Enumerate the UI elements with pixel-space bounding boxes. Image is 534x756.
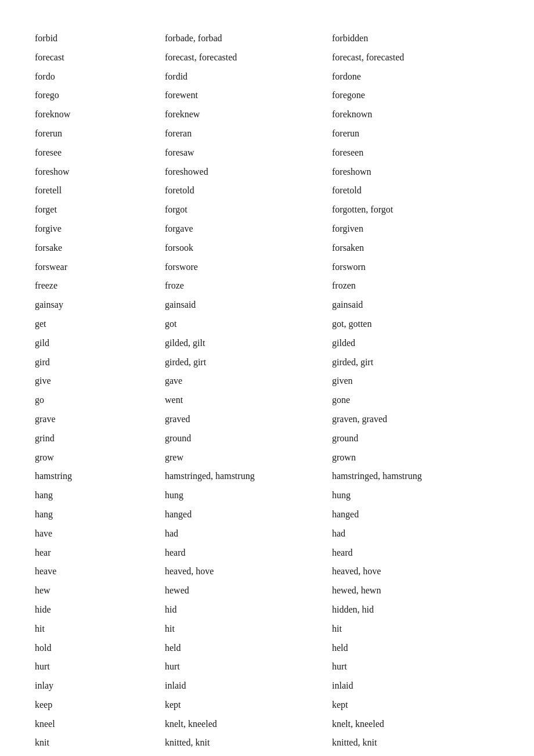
table-row: hear heard heard [35, 543, 499, 563]
table-row: forerun foreran forerun [35, 124, 499, 143]
table-row: know knew known [35, 753, 499, 756]
past-participle: forgiven [332, 219, 499, 239]
past-tense: hamstringed, hamstrung [165, 467, 332, 486]
past-tense: kept [165, 696, 332, 715]
past-participle: forecast, forecasted [332, 48, 499, 67]
past-tense: knew [165, 753, 332, 756]
past-participle: foreseen [332, 143, 499, 163]
past-participle: inlaid [332, 676, 499, 696]
base-form: gird [35, 353, 165, 372]
past-tense: hanged [165, 505, 332, 524]
past-participle: had [332, 524, 499, 543]
base-form: forerun [35, 124, 165, 143]
base-form: hold [35, 639, 165, 658]
past-participle: gainsaid [332, 296, 499, 315]
base-form: grave [35, 410, 165, 429]
past-participle: forgotten, forgot [332, 200, 499, 219]
past-tense: graved [165, 410, 332, 429]
base-form: forecast [35, 48, 165, 67]
past-participle: graven, graved [332, 410, 499, 429]
table-row: hang hanged hanged [35, 505, 499, 524]
table-row: foresee foresaw foreseen [35, 143, 499, 163]
past-participle: foretold [332, 181, 499, 200]
past-tense: forewent [165, 86, 332, 105]
table-row: get got got, gotten [35, 315, 499, 334]
past-participle: knitted, knit [332, 733, 499, 753]
base-form: hang [35, 486, 165, 505]
past-participle: hurt [332, 657, 499, 676]
base-form: forbid [35, 29, 165, 48]
past-participle: foreshown [332, 163, 499, 182]
irregular-verbs-table: forbid forbade, forbad forbidden forecas… [35, 29, 499, 756]
table-row: go went gone [35, 391, 499, 410]
past-participle: forsaken [332, 239, 499, 258]
past-tense: girded, girt [165, 353, 332, 372]
past-participle: gilded [332, 334, 499, 353]
table-row: foreshow foreshowed foreshown [35, 163, 499, 182]
past-tense: hid [165, 600, 332, 620]
past-tense: held [165, 639, 332, 658]
table-row: hit hit hit [35, 620, 499, 639]
past-participle: known [332, 753, 499, 756]
base-form: gild [35, 334, 165, 353]
base-form: know [35, 753, 165, 756]
past-participle: hit [332, 620, 499, 639]
base-form: forego [35, 86, 165, 105]
past-participle: kept [332, 696, 499, 715]
base-form: keep [35, 696, 165, 715]
base-form: hit [35, 620, 165, 639]
base-form: foreshow [35, 163, 165, 182]
past-tense: hurt [165, 657, 332, 676]
table-row: keep kept kept [35, 696, 499, 715]
past-participle: foreknown [332, 105, 499, 124]
base-form: get [35, 315, 165, 334]
past-participle: given [332, 372, 499, 391]
past-participle: hamstringed, hamstrung [332, 467, 499, 486]
past-tense: gilded, gilt [165, 334, 332, 353]
past-tense: foresaw [165, 143, 332, 163]
past-participle: fordone [332, 67, 499, 87]
table-row: hang hung hung [35, 486, 499, 505]
base-form: grow [35, 448, 165, 467]
past-tense: forbade, forbad [165, 29, 332, 48]
table-row: forego forewent foregone [35, 86, 499, 105]
past-participle: hidden, hid [332, 600, 499, 620]
base-form: hurt [35, 657, 165, 676]
past-tense: hung [165, 486, 332, 505]
past-tense: forsook [165, 239, 332, 258]
table-row: inlay inlaid inlaid [35, 676, 499, 696]
table-row: forgive forgave forgiven [35, 219, 499, 239]
base-form: foresee [35, 143, 165, 163]
past-participle: ground [332, 429, 499, 448]
base-form: knit [35, 733, 165, 753]
base-form: grind [35, 429, 165, 448]
past-participle: frozen [332, 276, 499, 296]
base-form: hang [35, 505, 165, 524]
base-form: hear [35, 543, 165, 563]
past-tense: foreran [165, 124, 332, 143]
past-tense: forswore [165, 258, 332, 277]
past-participle: forerun [332, 124, 499, 143]
table-row: forecast forecast, forecasted forecast, … [35, 48, 499, 67]
table-row: foreknow foreknew foreknown [35, 105, 499, 124]
past-tense: knelt, kneeled [165, 715, 332, 734]
base-form: forswear [35, 258, 165, 277]
base-form: hamstring [35, 467, 165, 486]
table-row: grind ground ground [35, 429, 499, 448]
base-form: foreknow [35, 105, 165, 124]
table-row: forbid forbade, forbad forbidden [35, 29, 499, 48]
past-tense: got [165, 315, 332, 334]
table-row: fordo fordid fordone [35, 67, 499, 87]
past-tense: inlaid [165, 676, 332, 696]
past-participle: gone [332, 391, 499, 410]
table-row: hold held held [35, 639, 499, 658]
base-form: forget [35, 200, 165, 219]
past-tense: forecast, forecasted [165, 48, 332, 67]
table-row: hew hewed hewed, hewn [35, 581, 499, 600]
past-tense: ground [165, 429, 332, 448]
past-tense: foreknew [165, 105, 332, 124]
table-row: gird girded, girt girded, girt [35, 353, 499, 372]
table-row: give gave given [35, 372, 499, 391]
past-participle: heard [332, 543, 499, 563]
past-participle: forbidden [332, 29, 499, 48]
